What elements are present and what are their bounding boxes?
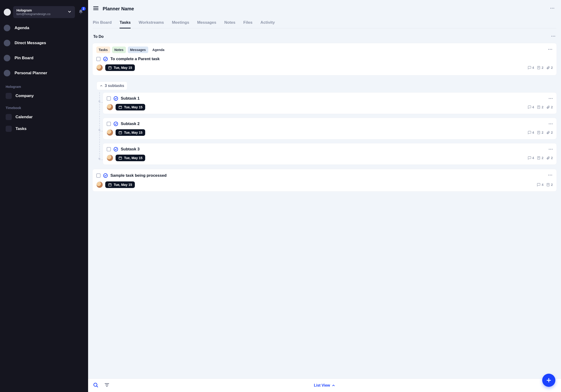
- task-checkbox[interactable]: [96, 174, 101, 178]
- attachments-count[interactable]: 2: [546, 66, 553, 70]
- task-more-button[interactable]: [548, 121, 553, 127]
- notifications-button[interactable]: 2: [77, 8, 84, 16]
- add-button[interactable]: [542, 374, 555, 387]
- task-title: Subtask 1: [121, 96, 140, 101]
- notification-badge: 2: [81, 7, 86, 11]
- tab-files[interactable]: Files: [243, 18, 253, 28]
- sidebar-item-tasks[interactable]: Tasks: [0, 123, 88, 135]
- status-icon: [113, 96, 119, 101]
- tag-notes[interactable]: Notes: [112, 46, 126, 53]
- sidebar-item-calendar[interactable]: Calendar: [0, 111, 88, 123]
- sidebar-item-direct-messages[interactable]: Direct Messages: [0, 35, 88, 51]
- task-more-button[interactable]: [548, 173, 553, 179]
- sidebar-item-personal-planner[interactable]: Personal Planner: [0, 65, 88, 81]
- comments-count[interactable]: 4: [537, 183, 543, 187]
- comments-count[interactable]: 4: [528, 66, 534, 70]
- menu-icon[interactable]: [93, 5, 99, 12]
- comments-count[interactable]: 4: [528, 131, 534, 134]
- due-date-pill[interactable]: Tue, May 15: [105, 181, 135, 188]
- task-checkbox[interactable]: [107, 147, 111, 151]
- dot-icon: [4, 40, 10, 46]
- status-icon: [113, 147, 119, 152]
- comments-count[interactable]: 4: [528, 156, 534, 160]
- sidebar-item-label: Agenda: [15, 26, 29, 30]
- svg-point-8: [554, 36, 555, 37]
- svg-rect-24: [119, 106, 122, 109]
- tab-pin-board[interactable]: Pin Board: [93, 18, 112, 28]
- assignee-avatar[interactable]: [107, 104, 113, 110]
- due-date-text: Tue, May 15: [124, 105, 142, 109]
- tab-tasks[interactable]: Tasks: [119, 18, 131, 28]
- notes-count[interactable]: 2: [546, 183, 553, 187]
- due-date-text: Tue, May 15: [114, 66, 132, 70]
- sidebar-item-label: Direct Messages: [15, 41, 46, 45]
- tag-tasks[interactable]: Tasks: [96, 46, 110, 53]
- attachments-count[interactable]: 2: [546, 131, 553, 134]
- search-button[interactable]: [93, 382, 98, 389]
- sidebar-item-pin-board[interactable]: Pin Board: [0, 51, 88, 65]
- attachments-count[interactable]: 2: [546, 156, 553, 160]
- svg-point-42: [549, 149, 550, 150]
- assignee-avatar[interactable]: [96, 181, 103, 188]
- sidebar-section-label: Timebook: [0, 102, 88, 111]
- assignee-avatar[interactable]: [107, 155, 113, 161]
- subtask-card[interactable]: Subtask 2 Tue, May 15 4 2 2: [103, 118, 557, 139]
- dot-icon: [4, 70, 10, 76]
- task-checkbox[interactable]: [107, 122, 111, 126]
- due-date-text: Tue, May 15: [114, 183, 132, 187]
- task-checkbox[interactable]: [96, 57, 101, 61]
- sidebar-item-label: Tasks: [15, 126, 27, 131]
- assignee-avatar[interactable]: [107, 129, 113, 136]
- filter-button[interactable]: [104, 382, 110, 389]
- subtasks-toggle[interactable]: 3 subtasks: [97, 82, 127, 90]
- square-icon: [6, 126, 12, 132]
- notes-count[interactable]: 2: [537, 105, 543, 109]
- tab-activity[interactable]: Activity: [260, 18, 275, 28]
- due-date-pill[interactable]: Tue, May 15: [116, 155, 145, 161]
- subtask-card[interactable]: Subtask 1 Tue, May 15 4 2 2: [103, 92, 557, 114]
- section-more-button[interactable]: [551, 34, 556, 40]
- tag-messages[interactable]: Messages: [128, 46, 148, 53]
- svg-point-10: [550, 49, 551, 50]
- due-date-pill[interactable]: Tue, May 15: [116, 104, 145, 110]
- tab-notes[interactable]: Notes: [224, 18, 235, 28]
- sidebar-item-company[interactable]: Company: [0, 90, 88, 102]
- svg-point-3: [550, 8, 551, 9]
- due-date-pill[interactable]: Tue, May 15: [116, 129, 145, 136]
- notes-count[interactable]: 2: [537, 131, 543, 134]
- tab-messages[interactable]: Messages: [197, 18, 216, 28]
- tab-meetings[interactable]: Meetings: [172, 18, 189, 28]
- svg-point-44: [552, 149, 553, 150]
- svg-point-43: [550, 149, 551, 150]
- comments-count[interactable]: 4: [528, 105, 534, 109]
- attachments-count[interactable]: 2: [546, 105, 553, 109]
- task-more-button[interactable]: [548, 96, 553, 102]
- subtasks-toggle-label: 3 subtasks: [105, 84, 124, 88]
- svg-point-11: [551, 49, 552, 50]
- svg-point-55: [550, 174, 551, 175]
- svg-point-9: [548, 49, 549, 50]
- notes-count[interactable]: 2: [537, 66, 543, 70]
- svg-point-32: [550, 123, 551, 124]
- sidebar-item-agenda[interactable]: Agenda: [0, 21, 88, 35]
- svg-rect-57: [108, 184, 111, 186]
- svg-point-22: [552, 98, 553, 99]
- notes-count[interactable]: 2: [537, 156, 543, 160]
- user-avatar[interactable]: [4, 9, 11, 16]
- task-title: To complete a Parent task: [110, 57, 160, 61]
- view-switcher[interactable]: List View: [314, 383, 335, 388]
- assignee-avatar[interactable]: [96, 64, 103, 71]
- workspace-email: tom@hologramdesign.co: [16, 12, 51, 16]
- header-more-button[interactable]: [548, 4, 556, 13]
- task-more-button[interactable]: [548, 147, 553, 153]
- task-checkbox[interactable]: [107, 96, 111, 101]
- due-date-text: Tue, May 15: [124, 156, 142, 160]
- task-card[interactable]: Sample task being processed Tue, May 15 …: [92, 169, 557, 192]
- due-date-pill[interactable]: Tue, May 15: [105, 64, 135, 71]
- task-more-button[interactable]: [548, 47, 553, 53]
- tab-workstreams[interactable]: Workstreams: [139, 18, 164, 28]
- task-card[interactable]: Tasks Notes Messages Agenda To complete …: [92, 43, 557, 76]
- tag-agenda[interactable]: Agenda: [150, 46, 167, 53]
- subtask-card[interactable]: Subtask 3 Tue, May 15 4 2 2: [103, 143, 557, 165]
- workspace-switcher[interactable]: Hologram tom@hologramdesign.co: [13, 6, 75, 18]
